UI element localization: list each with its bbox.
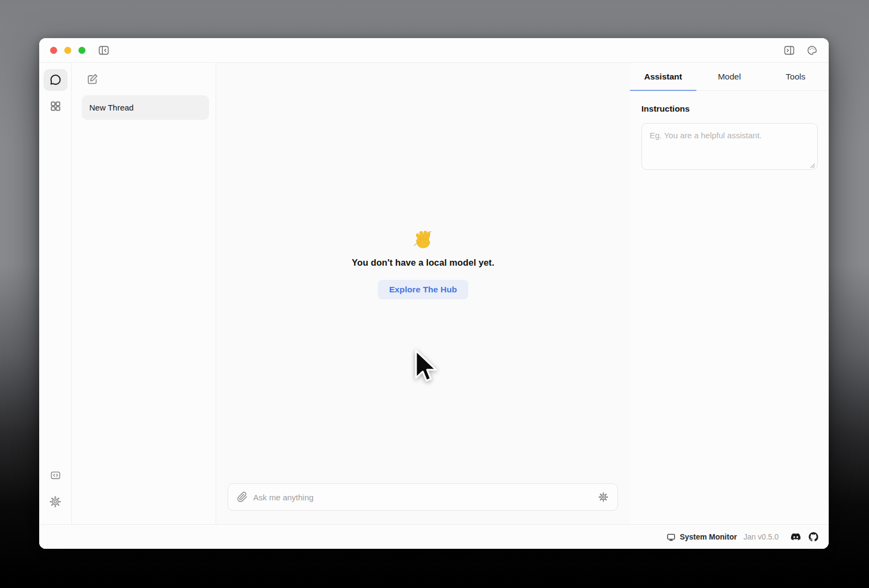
paperclip-icon[interactable] [237,492,248,503]
empty-state: You don't have a local model yet. Explor… [352,228,494,299]
monitor-icon [666,532,676,542]
left-icon-rail [39,63,72,524]
close-button[interactable] [50,47,57,54]
minimize-button[interactable] [64,47,71,54]
main-chat-area: You don't have a local model yet. Explor… [216,63,630,524]
status-bar: System Monitor Jan v0.5.0 [39,524,829,549]
gear-icon [49,495,62,508]
tab-assistant[interactable]: Assistant [630,63,696,90]
edit-pencil-icon [86,72,99,85]
collapse-left-panel-icon[interactable] [97,44,109,56]
thread-title: New Thread [89,103,133,112]
empty-state-message: You don't have a local model yet. [352,258,494,268]
sidebar-item-local-api-server[interactable] [44,464,68,486]
content-area: New Thread [39,63,829,524]
titlebar [39,38,829,63]
sidebar-item-hub[interactable] [44,95,68,117]
assistant-settings-panel: Assistant Model Tools Instructions [630,63,829,524]
right-panel-tabs: Assistant Model Tools [630,63,829,91]
tab-tools[interactable]: Tools [762,63,829,90]
sidebar-item-threads[interactable] [44,69,68,91]
instructions-textarea[interactable] [641,123,818,170]
wave-emoji [412,228,434,251]
sidebar-item-settings[interactable] [44,491,68,512]
system-monitor-label: System Monitor [680,532,737,541]
explore-hub-button[interactable]: Explore The Hub [378,280,469,299]
discord-icon[interactable] [791,533,801,541]
chat-bubble-icon [49,74,62,87]
app-version-label: Jan v0.5.0 [743,532,779,541]
input-settings-gear-icon[interactable] [598,492,609,503]
message-input-bar [228,483,618,511]
instructions-heading: Instructions [641,104,818,114]
message-input[interactable] [253,493,598,502]
toggle-right-panel-icon[interactable] [783,44,795,56]
theme-palette-icon[interactable] [806,44,818,56]
code-square-icon [50,469,62,481]
thread-list-panel: New Thread [72,63,216,524]
github-icon[interactable] [809,532,818,542]
grid-icon [50,100,62,112]
window-controls [50,47,85,54]
thread-list-item[interactable]: New Thread [82,95,209,120]
system-monitor-button[interactable]: System Monitor [666,532,737,542]
tab-model[interactable]: Model [696,63,763,90]
mouse-cursor [414,350,438,385]
new-thread-button[interactable] [85,71,100,87]
zoom-button[interactable] [78,47,85,54]
app-window: New Thread [39,38,829,549]
